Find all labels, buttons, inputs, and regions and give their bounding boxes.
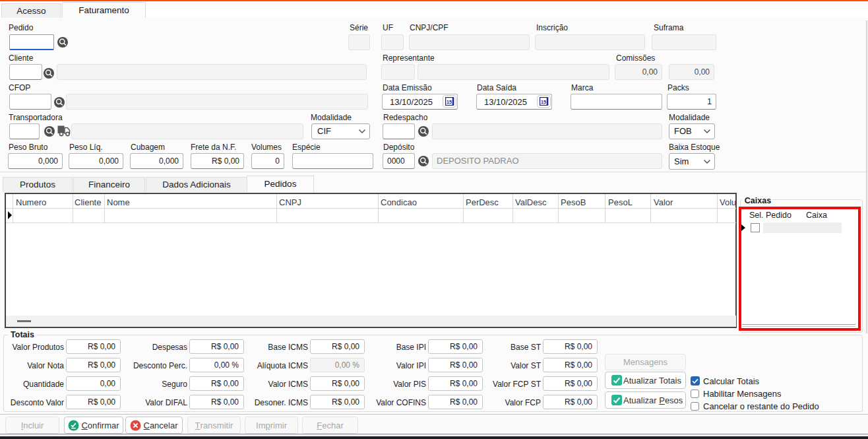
svg-text:15: 15 — [447, 99, 452, 105]
svg-text:15: 15 — [541, 99, 546, 105]
